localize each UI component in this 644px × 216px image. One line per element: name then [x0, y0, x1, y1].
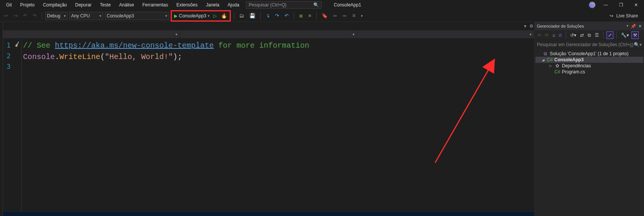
search-placeholder: Pesquisar (Ctrl+Q) [249, 2, 286, 8]
uncomment-button[interactable]: ≡ [306, 12, 313, 20]
csharp-file-icon: C# [554, 69, 560, 75]
separator [260, 12, 261, 20]
solution-explorer-search[interactable]: Pesquisar em Gerenciador de Soluções (Ct… [535, 40, 644, 49]
standard-toolbar: ↩ ↪ ↶ ↷ Debug ▾ Any CPU ▾ ConsoleApp3 ▾ … [0, 10, 644, 22]
menu-item-analyze[interactable]: Análise [115, 1, 138, 9]
editor-options-button[interactable]: ▾ [522, 22, 528, 30]
sol-fwd-button[interactable]: ⟳ [544, 32, 550, 39]
sol-back-button[interactable]: ⟲ [536, 32, 542, 39]
start-debugging-button[interactable]: ▶ ConsoleApp3 ▾ [173, 12, 211, 19]
code-area: 1 2 3 // See https://aka.ms/new-console-… [3, 39, 534, 211]
menu-item-extensions[interactable]: Extensões [173, 1, 201, 9]
expander-closed-icon[interactable]: ▷ [548, 64, 553, 68]
sol-filter-button[interactable]: ⇄ [579, 32, 585, 39]
separator [294, 12, 294, 20]
menu-item-project[interactable]: Projeto [16, 1, 38, 9]
file-node[interactable]: C# Program.cs [535, 69, 643, 75]
solution-explorer-title: Gerenciador de Soluções [537, 24, 584, 28]
menu-item-build[interactable]: Compilação [39, 1, 70, 9]
step-out-button[interactable]: ↶ [283, 12, 291, 20]
menu-item-tools[interactable]: Ferramentas [138, 1, 172, 9]
user-avatar[interactable] [589, 2, 596, 8]
nav-back-button[interactable]: ↩ [2, 12, 10, 20]
bookmark-clear-button[interactable]: ✖ [350, 12, 358, 20]
redo-button[interactable]: ↷ [31, 12, 39, 20]
step-into-button[interactable]: ↴ [264, 12, 272, 20]
undo-button[interactable]: ↶ [21, 12, 29, 20]
expander-open-icon[interactable]: ◢ [541, 58, 545, 62]
window-minimize-button[interactable]: ― [601, 2, 611, 8]
liveshare-button[interactable]: Live Share [616, 13, 638, 19]
global-search-input[interactable]: Pesquisar (Ctrl+Q) 🔍 [246, 1, 322, 9]
solution-root-label: Solução 'ConsoleApp1' (1 de 1 projeto) [550, 51, 628, 56]
csharp-project-icon: C# [547, 57, 553, 62]
dependencies-label: Dependências [562, 63, 591, 68]
code-punct: ; [177, 53, 182, 61]
chevron-down-icon: ▾ [100, 14, 101, 18]
nav-scope-combo[interactable]: ▾ [3, 30, 180, 38]
bookmark-button[interactable]: 🔖 [320, 12, 330, 20]
chevron-down-icon: ▾ [165, 14, 167, 18]
editor-settings-button[interactable]: ⚙ [528, 22, 534, 30]
pin-icon[interactable]: 📌 [631, 24, 636, 29]
separator [603, 31, 604, 39]
nav-fwd-button[interactable]: ↪ [12, 12, 20, 20]
sol-home-button[interactable]: ⌂ [551, 32, 556, 39]
sol-collapse-button[interactable]: ⧉ [586, 32, 592, 39]
code-link[interactable]: https://aka.ms/new-console-template [55, 41, 214, 50]
menu-item-help[interactable]: Ajuda [224, 1, 243, 9]
sol-settings-button[interactable]: ⚒ [632, 31, 639, 39]
solution-platform-combo[interactable]: Any CPU ▾ [69, 12, 103, 20]
menu-item-test[interactable]: Teste [96, 1, 115, 9]
nav-member-combo[interactable]: ▾ [357, 30, 534, 38]
separator [234, 12, 234, 20]
window-restore-button[interactable]: ❐ [616, 2, 626, 8]
project-node[interactable]: ◢ C# ConsoleApp3 [535, 57, 643, 63]
start-debugging-highlight: ▶ ConsoleApp3 ▾ ▷ 🔥 [171, 10, 231, 22]
code-text[interactable]: // See https://aka.ms/new-console-templa… [21, 39, 534, 211]
hot-reload-button[interactable]: 🔥 [219, 12, 229, 20]
window-close-button[interactable]: ✕ [631, 2, 641, 8]
solution-config-label: Debug [47, 13, 60, 19]
code-punct: ) [173, 53, 177, 61]
menu-item-window[interactable]: Janela [202, 1, 223, 9]
sol-properties-button[interactable]: 🔧▾ [620, 32, 630, 39]
startup-project-combo[interactable]: ConsoleApp3 ▾ [105, 12, 169, 20]
sol-sync-button[interactable]: ↺▾ [569, 32, 577, 39]
open-file-button[interactable]: 🗂 [237, 12, 246, 20]
chevron-down-icon: ▾ [208, 14, 210, 18]
screwdriver-icon [14, 41, 20, 48]
dependency-icon: ✿ [554, 63, 560, 68]
chevron-down-icon: ▾ [64, 14, 66, 18]
menu-item-debug[interactable]: Depurar [72, 1, 95, 9]
menu-item-git[interactable]: Git [2, 1, 16, 9]
sol-switch-view-button[interactable]: ⎚ [558, 32, 563, 39]
search-icon: 🔍▾ [634, 42, 642, 47]
bookmark-next-button[interactable]: ➡ [341, 12, 348, 20]
save-all-button[interactable]: 💾 [247, 12, 257, 20]
left-dock-gutter[interactable] [0, 22, 3, 216]
sol-showall-button[interactable]: ☰ [594, 32, 600, 39]
solution-explorer-panel: Gerenciador de Soluções ▾ 📌 ✕ ⟲ ⟳ ⌂ ⎚ ↺▾… [534, 22, 644, 216]
nav-type-combo[interactable]: ▾ [180, 30, 357, 38]
dependencies-node[interactable]: ▷ ✿ Dependências [535, 63, 643, 69]
sol-preview-button[interactable]: ⤢ [607, 31, 613, 39]
solution-config-combo[interactable]: Debug ▾ [45, 12, 68, 20]
chevron-down-icon: ▾ [530, 33, 532, 36]
play-outline-icon: ▷ [213, 13, 217, 19]
solution-root-node[interactable]: ⧉ Solução 'ConsoleApp1' (1 de 1 projeto) [535, 51, 643, 57]
code-punct: ( [100, 53, 105, 61]
code-punct: . [55, 53, 59, 61]
step-over-button[interactable]: ↷ [273, 12, 281, 20]
toolbar-overflow-icon[interactable]: ▾ [359, 14, 364, 18]
comment-button[interactable]: ≣ [297, 12, 305, 20]
separator [42, 12, 42, 20]
line-number: 2 [3, 51, 11, 61]
code-nav-bar: ▾ ▾ ▾ [3, 30, 534, 39]
panel-close-button[interactable]: ✕ [638, 24, 642, 29]
panel-dropdown-icon[interactable]: ▾ [627, 24, 628, 29]
start-without-debugging-button[interactable]: ▷ [212, 12, 218, 19]
search-icon: 🔍 [313, 2, 319, 8]
glyph-margin[interactable] [13, 39, 21, 211]
bookmark-prev-button[interactable]: ⬅ [331, 12, 339, 20]
